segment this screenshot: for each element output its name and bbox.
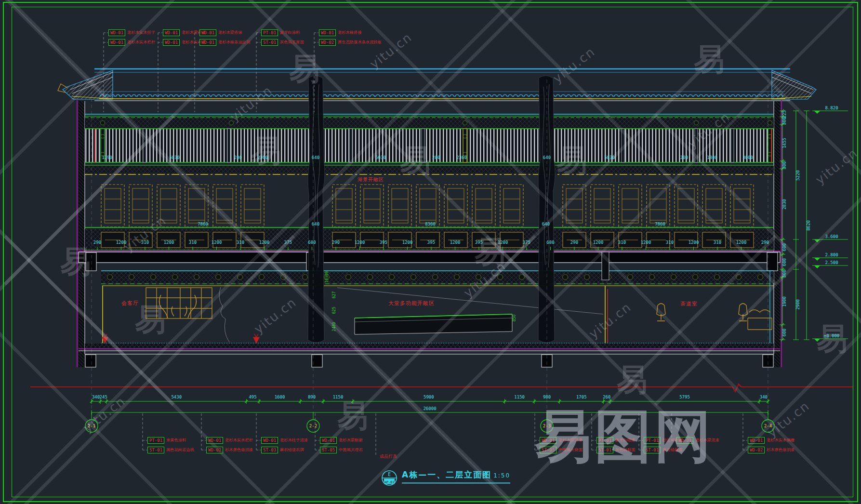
roof-tile — [280, 95, 285, 97]
roof-tile — [498, 95, 502, 97]
roof-tile — [620, 95, 624, 97]
roof-tile — [402, 95, 407, 97]
dimension-text: 627 — [332, 292, 336, 299]
elevation-marker — [814, 258, 820, 261]
roof-tile — [530, 95, 534, 97]
rafter-dot — [758, 275, 763, 280]
roof-tile — [275, 95, 279, 97]
floor-lamps — [657, 304, 747, 321]
roof-tile — [598, 95, 603, 97]
drawing-linework: 3402455430495160089011505900115098017052… — [0, 0, 861, 504]
dimension-text: 310 — [666, 240, 674, 245]
roof-tile — [227, 95, 232, 97]
roof-tile — [143, 95, 147, 97]
screen-post — [422, 129, 424, 162]
dimension-text: 680 — [546, 240, 554, 245]
roof-tile — [747, 95, 751, 97]
sheet-detail-letter: E — [388, 472, 391, 477]
roof-tile — [614, 95, 619, 97]
roof-tile — [593, 95, 597, 97]
rafter-dot — [303, 275, 308, 280]
column-stub — [767, 252, 778, 271]
roof-tile — [704, 95, 709, 97]
dimension-text: 600 — [782, 329, 787, 336]
roof-tile — [291, 95, 295, 97]
screen-post — [349, 129, 352, 162]
dimension-text: 1705 — [576, 395, 587, 399]
roof-tile — [365, 95, 370, 97]
rafter-dot — [259, 275, 265, 280]
roof-tile — [524, 95, 529, 97]
dimension-text: 395 — [427, 240, 435, 245]
roof-tile — [450, 95, 454, 97]
roof-tile — [148, 95, 152, 97]
roof-tile — [217, 95, 221, 97]
roof-tile — [265, 95, 269, 97]
roof-tile — [731, 95, 735, 97]
dimension-text: 10300 — [325, 271, 329, 283]
dimension-text: 290 — [332, 240, 340, 245]
dimension-text: ±0.000 — [824, 333, 840, 338]
roof — [58, 69, 816, 101]
beam-dot — [768, 121, 772, 125]
dimension-text: 890 — [308, 395, 316, 399]
roof-tile — [567, 95, 571, 97]
rafter-dot — [476, 275, 481, 280]
dimension-text: 340 — [92, 395, 100, 399]
dimension-text: 1150 — [333, 395, 344, 399]
roof-tile — [445, 95, 449, 97]
dimension-text: 1800 — [707, 155, 717, 160]
rafter-dot — [107, 275, 113, 280]
rafter-dot — [715, 275, 720, 280]
roof-tile — [206, 95, 211, 97]
roof-tile — [641, 95, 645, 97]
rafter-dot — [389, 275, 395, 280]
roof-tile — [519, 95, 523, 97]
dimension-text: 290 — [93, 240, 101, 245]
beam-dot — [694, 121, 699, 125]
dimension-text: 1200 — [593, 240, 604, 245]
dimension-text: 395 — [380, 240, 387, 245]
roof-tile — [439, 95, 444, 97]
dimension-text: 1200 — [689, 240, 699, 245]
dimension-text: 850 — [512, 315, 517, 322]
roof-tile — [689, 95, 693, 97]
roof-tile — [333, 95, 338, 97]
roof-tile — [604, 95, 608, 97]
roof-tile — [667, 95, 672, 97]
dimension-text: 310 — [237, 240, 244, 245]
roof-tile — [461, 95, 465, 97]
roof-tile — [683, 95, 688, 97]
rafter-dot — [693, 275, 698, 280]
rafter-dot — [498, 275, 503, 280]
room-label-tearoom: 茶道室 — [680, 300, 698, 307]
dimension-text: 2-1 — [88, 424, 95, 428]
dimension-text: 8.820 — [825, 106, 838, 110]
dimension-text: 5900 — [424, 395, 434, 399]
roof-tile — [508, 95, 513, 97]
rafter-dot — [368, 275, 373, 280]
dimension-text: 225 — [782, 110, 787, 118]
dimension-text: 980 — [543, 395, 551, 399]
roof-tile — [662, 95, 666, 97]
roof-tile — [482, 95, 486, 97]
dimension-text: 1900 — [782, 296, 787, 307]
roof-tile — [212, 95, 216, 97]
cad-elevation-drawing: 3402455430495160089011505900115098017052… — [0, 0, 861, 504]
dimension-text: 395 — [475, 240, 483, 245]
roof-tile — [768, 95, 772, 97]
dimension-text: 1200 — [164, 240, 174, 245]
roof-tile — [302, 95, 306, 97]
dimension-text: 2.800 — [825, 252, 838, 257]
roof-tile — [201, 95, 205, 97]
dimension-text: 290 — [570, 240, 578, 245]
column-stub — [86, 252, 96, 271]
dimension-text: 310 — [618, 240, 626, 245]
roof-tile — [535, 95, 539, 97]
roof-tile — [286, 95, 290, 97]
sheet-number: AP-01 — [384, 480, 394, 484]
dimension-text: 200 — [234, 155, 242, 160]
roof-tile — [503, 95, 507, 97]
lattice-screen — [146, 288, 212, 318]
title-block: E AP-01 A栋—一、二层立面图1:50 — [381, 469, 510, 487]
